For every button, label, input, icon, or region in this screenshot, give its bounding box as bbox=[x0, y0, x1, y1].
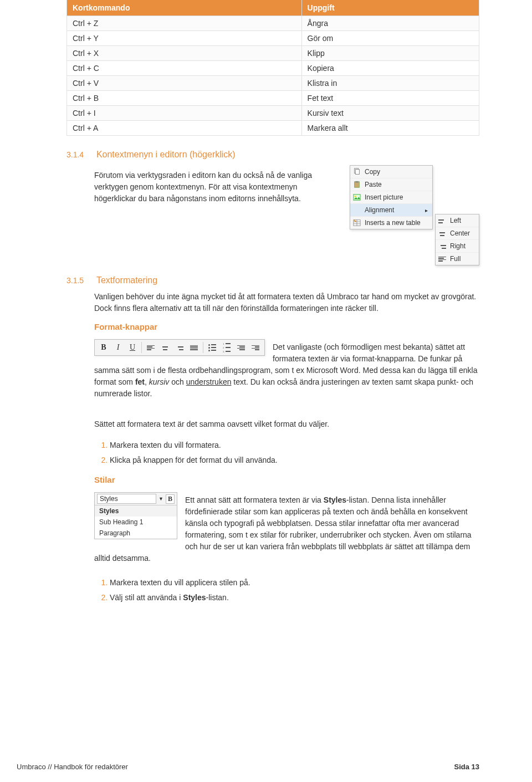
format-toolbar: B I U 123 bbox=[94, 339, 265, 356]
stilar-heading: Stilar bbox=[94, 475, 479, 484]
section-number: 3.1.5 bbox=[66, 276, 94, 285]
svg-point-5 bbox=[355, 196, 356, 197]
styles-dropdown-value: Styles bbox=[97, 494, 156, 504]
bold-button[interactable]: B bbox=[98, 342, 109, 353]
italic-button[interactable]: I bbox=[112, 342, 124, 353]
table-head-task: Uppgift bbox=[301, 0, 479, 16]
table-row: Ctrl + IKursiv text bbox=[67, 106, 479, 121]
bold-button[interactable]: B bbox=[166, 494, 175, 504]
section-315-body: Vanligen behöver du inte ägna mycket tid… bbox=[94, 291, 479, 314]
page-footer: Umbraco // Handbok för redaktörer Sida 1… bbox=[0, 763, 532, 771]
list-item: Markera texten du vill formatera. bbox=[110, 438, 479, 453]
section-number: 3.1.4 bbox=[66, 150, 94, 159]
menu-label: Right bbox=[450, 242, 466, 250]
context-submenu-item[interactable]: Center bbox=[436, 227, 479, 240]
menu-label: Copy bbox=[365, 168, 380, 176]
table-row: Ctrl + CKopiera bbox=[67, 61, 479, 76]
format-steps: Markera texten du vill formatera. Klicka… bbox=[110, 438, 479, 467]
format-knappar-para2: Sättet att formatera text är det samma o… bbox=[94, 418, 479, 430]
shortcut-key: Ctrl + Y bbox=[67, 31, 302, 46]
svg-rect-3 bbox=[355, 181, 358, 183]
shortcut-key: Ctrl + I bbox=[67, 106, 302, 121]
footer-left: Umbraco // Handbok för redaktörer bbox=[17, 763, 128, 771]
menu-label: Alignment bbox=[365, 206, 394, 214]
shortcut-key: Ctrl + B bbox=[67, 91, 302, 106]
table-row: Ctrl + YGör om bbox=[67, 31, 479, 46]
svg-rect-1 bbox=[355, 170, 359, 175]
footer-right: Sida 13 bbox=[454, 763, 479, 771]
styles-dropdown[interactable]: Styles ▼ B Styles Sub Heading 1 Paragrap… bbox=[94, 492, 177, 539]
menu-label: Inserts a new table bbox=[365, 219, 421, 227]
align-right-button[interactable] bbox=[174, 342, 185, 353]
outdent-button[interactable] bbox=[236, 342, 247, 353]
list-item: Markera texten du vill applicera stilen … bbox=[110, 575, 479, 590]
context-menu-illustration: CopyPasteInsert pictureAlignment▸Inserts… bbox=[350, 165, 479, 265]
context-menu-item[interactable]: Inserts a new table bbox=[350, 217, 432, 229]
table-row: Ctrl + BFet text bbox=[67, 91, 479, 106]
table-row: Ctrl + VKlistra in bbox=[67, 76, 479, 91]
shortcut-key: Ctrl + A bbox=[67, 121, 302, 136]
shortcut-task: Klistra in bbox=[301, 76, 479, 91]
align-icon bbox=[352, 206, 361, 214]
align-justify-button[interactable] bbox=[188, 342, 200, 353]
context-menu-item[interactable]: Copy bbox=[350, 166, 432, 178]
copy-icon bbox=[352, 167, 361, 176]
section-314-body: Förutom via verktygsraden i editorn kan … bbox=[94, 170, 340, 205]
context-submenu-item[interactable]: Left bbox=[436, 214, 479, 227]
table-row: Ctrl + ZÅngra bbox=[67, 16, 479, 31]
section-title: Kontextmenyn i editorn (högerklick) bbox=[96, 150, 236, 159]
menu-label: Insert picture bbox=[365, 193, 403, 201]
section-315-heading: 3.1.5 Textformatering bbox=[66, 275, 479, 285]
align-left-icon bbox=[438, 216, 447, 225]
shortcut-task: Kursiv text bbox=[301, 106, 479, 121]
number-list-button[interactable]: 123 bbox=[221, 342, 232, 353]
list-item: Klicka på knappen för det format du vill… bbox=[110, 453, 479, 468]
shortcut-task: Klipp bbox=[301, 46, 479, 61]
align-full-icon bbox=[438, 254, 447, 263]
table-icon bbox=[352, 218, 361, 227]
styles-option[interactable]: Styles bbox=[95, 505, 177, 517]
shortcut-table: Kortkommando Uppgift Ctrl + ZÅngraCtrl +… bbox=[66, 0, 479, 136]
menu-label: Full bbox=[450, 255, 461, 263]
align-left-button[interactable] bbox=[145, 342, 156, 353]
section-title: Textformatering bbox=[96, 275, 157, 285]
align-center-button[interactable] bbox=[160, 342, 171, 353]
context-menu-item[interactable]: Paste bbox=[350, 178, 432, 191]
shortcut-task: Markera allt bbox=[301, 121, 479, 136]
shortcut-key: Ctrl + V bbox=[67, 76, 302, 91]
context-submenu-item[interactable]: Full bbox=[436, 253, 479, 265]
shortcut-task: Gör om bbox=[301, 31, 479, 46]
list-item: Välj stil att använda i Styles-listan. bbox=[110, 590, 479, 605]
context-menu-item[interactable]: Insert picture bbox=[350, 191, 432, 204]
shortcut-task: Kopiera bbox=[301, 61, 479, 76]
styles-option[interactable]: Sub Heading 1 bbox=[95, 517, 177, 528]
menu-label: Paste bbox=[365, 181, 382, 188]
section-314-heading: 3.1.4 Kontextmenyn i editorn (högerklick… bbox=[66, 150, 479, 160]
context-submenu-item[interactable]: Right bbox=[436, 240, 479, 253]
shortcut-task: Ångra bbox=[301, 16, 479, 31]
indent-button[interactable] bbox=[250, 342, 261, 353]
menu-label: Center bbox=[450, 229, 470, 237]
paste-icon bbox=[352, 180, 361, 189]
table-row: Ctrl + XKlipp bbox=[67, 46, 479, 61]
shortcut-key: Ctrl + X bbox=[67, 46, 302, 61]
bullet-list-button[interactable] bbox=[207, 342, 218, 353]
shortcut-task: Fet text bbox=[301, 91, 479, 106]
menu-label: Left bbox=[450, 217, 461, 224]
stilar-steps: Markera texten du vill applicera stilen … bbox=[110, 575, 479, 605]
image-icon bbox=[352, 193, 361, 202]
svg-rect-4 bbox=[354, 195, 360, 201]
chevron-down-icon: ▼ bbox=[158, 496, 163, 502]
table-head-shortcut: Kortkommando bbox=[67, 0, 302, 16]
shortcut-key: Ctrl + C bbox=[67, 61, 302, 76]
align-right-icon bbox=[438, 242, 447, 251]
chevron-right-icon: ▸ bbox=[425, 207, 428, 213]
shortcut-key: Ctrl + Z bbox=[67, 16, 302, 31]
underline-button[interactable]: U bbox=[127, 342, 138, 353]
table-row: Ctrl + AMarkera allt bbox=[67, 121, 479, 136]
context-menu-item[interactable]: Alignment▸ bbox=[350, 204, 432, 217]
styles-option[interactable]: Paragraph bbox=[95, 528, 177, 539]
align-center-icon bbox=[438, 229, 447, 238]
format-knappar-heading: Format-knappar bbox=[94, 322, 479, 331]
